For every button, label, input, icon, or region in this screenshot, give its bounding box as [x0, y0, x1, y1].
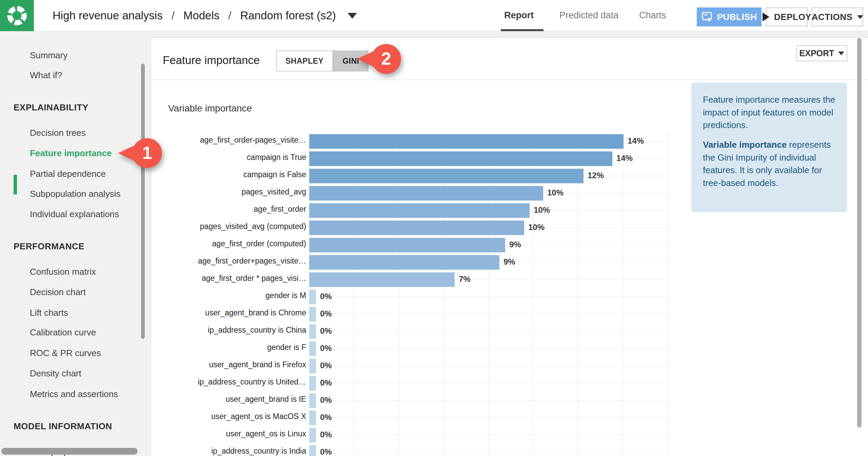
importance-bar[interactable] [309, 393, 316, 408]
importance-bar[interactable] [309, 221, 524, 235]
row-gridline [309, 383, 667, 384]
sidebar-item-calibration-curve[interactable]: Calibration curve [30, 326, 96, 338]
sidebar-section-model-information: MODEL INFORMATION [14, 420, 112, 432]
breadcrumb-item[interactable]: Random forest (s2) [240, 9, 336, 22]
toggle-option-shapley[interactable]: SHAPLEY [276, 50, 333, 71]
export-label: EXPORT [800, 48, 834, 58]
importance-bar[interactable] [309, 428, 316, 442]
deploy-button[interactable]: DEPLOY [766, 7, 808, 26]
value-label: 0% [320, 292, 332, 301]
panel-divider [151, 80, 868, 80]
category-label: gender is M [151, 291, 306, 300]
row-gridline [309, 297, 667, 297]
value-label: 0% [320, 413, 332, 422]
breadcrumb-separator: / [172, 9, 175, 22]
chart-row: pages_visited_avg (computed)10% [151, 221, 868, 235]
sidebar-item-what-if-[interactable]: What if? [30, 69, 62, 81]
importance-bar[interactable] [309, 445, 316, 456]
sidebar-item-decision-trees[interactable]: Decision trees [30, 127, 86, 139]
category-label: age_first_order+pages_visite… [151, 256, 306, 266]
sidebar-item-confusion-matrix[interactable]: Confusion matrix [30, 266, 96, 278]
sidebar-item-roc-pr-curves[interactable]: ROC & PR curves [30, 347, 101, 359]
chart-row: ip_address_country is India0% [151, 445, 868, 456]
bird-ring-icon [6, 5, 27, 26]
category-label: age_first_order (computed) [151, 239, 306, 248]
importance-bar[interactable] [309, 238, 505, 252]
value-label: 0% [320, 344, 332, 353]
panel-title: Feature importance [163, 54, 260, 67]
sidebar-item-individual-explanations[interactable]: Individual explanations [30, 208, 119, 220]
importance-bar[interactable] [309, 134, 624, 149]
sidebar-scrollbar[interactable] [141, 64, 145, 339]
annotation-pin-2: 2 [356, 42, 401, 77]
horizontal-scrollbar[interactable] [1, 448, 138, 455]
importance-bar[interactable] [309, 272, 455, 287]
importance-bar[interactable] [309, 203, 530, 218]
value-label: 14% [616, 153, 633, 163]
importance-bar[interactable] [309, 186, 543, 201]
importance-bar[interactable] [309, 341, 316, 356]
sidebar-item-partial-dependence[interactable]: Partial dependence [30, 168, 106, 180]
chart-row: age_first_order+pages_visite…9% [151, 255, 868, 270]
publish-button[interactable]: PUBLISH [697, 7, 762, 26]
value-label: 10% [528, 223, 545, 232]
row-gridline [309, 452, 667, 453]
value-label: 0% [320, 309, 332, 318]
shapley-gini-toggle: SHAPLEYGINI [276, 50, 369, 71]
sidebar-item-feature-importance[interactable]: Feature importance [30, 147, 112, 159]
sidebar-item-subpopulation-analysis[interactable]: Subpopulation analysis [30, 188, 120, 200]
info-bold-term: Variable importance [703, 140, 787, 150]
active-item-indicator [14, 175, 17, 194]
importance-bar[interactable] [309, 376, 316, 391]
category-label: campaign is False [151, 170, 306, 179]
value-label: 0% [320, 326, 332, 336]
importance-bar[interactable] [309, 169, 584, 183]
sidebar-item-lift-charts[interactable]: Lift charts [30, 307, 68, 319]
importance-bar[interactable] [309, 151, 612, 166]
tab-predicted-data[interactable]: Predicted data [559, 0, 618, 31]
value-label: 10% [547, 188, 564, 198]
category-label: ip_address_country is China [151, 326, 306, 335]
sidebar-section-performance: PERFORMANCE [14, 240, 84, 252]
category-label: pages_visited_avg (computed) [151, 222, 306, 231]
breadcrumb-item[interactable]: Models [183, 9, 219, 22]
info-paragraph-2: Variable importance represents the Gini … [703, 139, 835, 190]
dataiku-logo[interactable] [0, 0, 34, 31]
report-sidebar: SummaryWhat if?EXPLAINABILITYDecision tr… [0, 31, 151, 456]
sidebar-item-metrics-and-assertions[interactable]: Metrics and assertions [30, 388, 118, 400]
category-label: age_first_order-pages_visite… [151, 136, 306, 145]
category-label: age_first_order * pages_visi… [151, 274, 306, 283]
category-label: user_agent_brand is Chrome [151, 308, 306, 317]
publish-label: PUBLISH [717, 12, 757, 22]
export-button[interactable]: EXPORT [796, 45, 847, 61]
importance-bar[interactable] [309, 324, 316, 339]
value-label: 0% [320, 395, 332, 405]
row-gridline [309, 349, 667, 349]
category-label: ip_address_country is United… [151, 377, 306, 387]
info-paragraph-1: Feature importance measures the impact o… [703, 94, 835, 132]
chart-row: user_agent_os is Linux0% [151, 428, 868, 442]
sidebar-item-density-chart[interactable]: Density chart [30, 367, 81, 379]
deploy-label: DEPLOY [774, 12, 811, 22]
breadcrumb-item[interactable]: High revenue analysis [53, 9, 163, 22]
tab-charts[interactable]: Charts [639, 0, 666, 31]
importance-bar[interactable] [309, 359, 316, 373]
publish-dashboard-icon [702, 12, 712, 22]
importance-bar[interactable] [309, 255, 499, 270]
sidebar-item-summary[interactable]: Summary [30, 49, 67, 61]
importance-bar[interactable] [309, 290, 316, 304]
value-label: 9% [509, 240, 521, 249]
main-scrollbar[interactable] [857, 38, 862, 428]
tab-report[interactable]: Report [504, 0, 534, 31]
chevron-down-icon[interactable] [348, 13, 357, 19]
chevron-down-icon [857, 15, 863, 19]
row-gridline [309, 331, 667, 332]
importance-bar[interactable] [309, 411, 316, 425]
importance-bar[interactable] [309, 307, 316, 322]
actions-button[interactable]: ACTIONS [812, 7, 863, 26]
category-label: user_agent_os is Linux [151, 429, 306, 438]
chevron-down-icon [838, 51, 844, 55]
sidebar-item-decision-chart[interactable]: Decision chart [30, 286, 86, 298]
value-label: 0% [320, 378, 332, 388]
content-gap [151, 31, 868, 38]
